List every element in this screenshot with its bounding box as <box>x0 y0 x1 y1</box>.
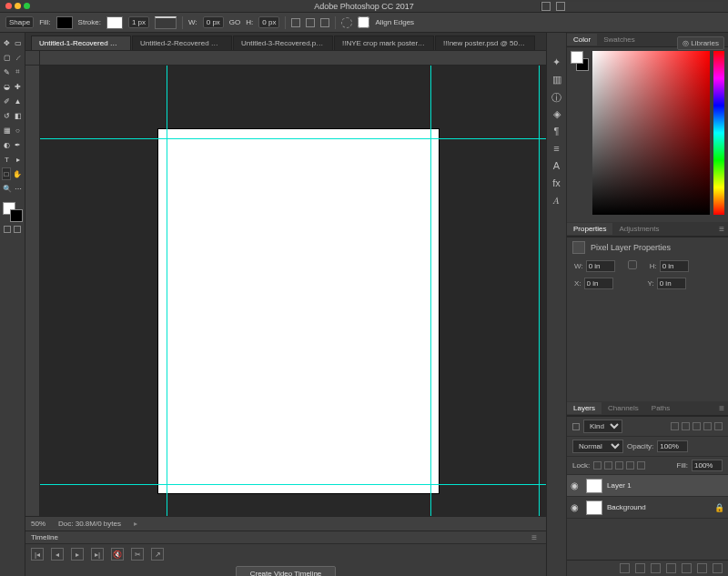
zoom-tool[interactable]: 🔍 <box>2 182 13 195</box>
path-select-tool[interactable]: ▸ <box>13 153 23 166</box>
close-window-button[interactable] <box>5 3 12 9</box>
layer-name[interactable]: Background <box>607 503 646 511</box>
options-gear-icon[interactable] <box>341 17 352 28</box>
dodge-tool[interactable]: ◐ <box>2 138 12 151</box>
brushes-panel-icon[interactable]: ▥ <box>551 74 562 86</box>
prop-x-input[interactable] <box>584 278 613 289</box>
workspace-switcher-icon[interactable] <box>556 2 565 11</box>
eyedropper-tool[interactable]: ◒ <box>2 80 12 93</box>
filter-adjust-icon[interactable] <box>682 422 690 430</box>
paths-tab[interactable]: Paths <box>645 402 676 414</box>
color-tab[interactable]: Color <box>567 34 597 45</box>
vertical-ruler[interactable] <box>25 66 40 516</box>
hand-tool[interactable]: ✋ <box>12 167 23 180</box>
swatches-tab[interactable]: Swatches <box>597 34 642 45</box>
create-video-timeline-button[interactable]: Create Video Timeline <box>236 566 336 576</box>
height-input[interactable]: 0 px <box>258 16 279 28</box>
properties-tab[interactable]: Properties <box>567 223 612 235</box>
guide-vertical[interactable] <box>167 66 167 516</box>
timeline-first-frame-button[interactable]: |◂ <box>31 548 44 561</box>
document-tab[interactable]: Untitled-3-Recovered.psd ... <box>233 35 333 50</box>
layer-name[interactable]: Layer 1 <box>607 481 632 490</box>
libraries-button[interactable]: ◎ Libraries <box>677 36 724 50</box>
align-edges-checkbox[interactable] <box>358 16 369 28</box>
heal-tool[interactable]: ✚ <box>13 80 23 93</box>
layer-group-icon[interactable] <box>682 563 692 573</box>
filter-kind-icon[interactable] <box>572 423 580 430</box>
timeline-menu-icon[interactable]: ≡ <box>531 532 537 542</box>
guide-vertical[interactable] <box>539 66 540 516</box>
timeline-next-frame-button[interactable]: ▸| <box>91 548 104 561</box>
move-tool[interactable]: ✥ <box>2 36 12 49</box>
fill-swatch[interactable] <box>56 16 73 29</box>
document-tab[interactable]: !!NYE crop mark poster.psd ... <box>334 35 434 50</box>
paragraph-panel-icon[interactable]: ≡ <box>551 143 562 155</box>
arrange-icon[interactable] <box>320 18 329 27</box>
history-brush-tool[interactable]: ↺ <box>2 109 12 122</box>
link-layers-icon[interactable] <box>620 563 630 573</box>
background-color[interactable] <box>10 209 23 222</box>
delete-layer-icon[interactable] <box>713 563 723 573</box>
quickselect-tool[interactable]: ✎ <box>2 66 12 78</box>
maximize-window-button[interactable] <box>24 3 30 9</box>
lock-artboard-icon[interactable] <box>626 461 634 470</box>
adjustments-tab[interactable]: Adjustments <box>612 223 665 235</box>
filter-type-icon[interactable] <box>693 422 701 430</box>
width-input[interactable]: 0 px <box>203 16 224 28</box>
horizontal-ruler[interactable] <box>40 51 546 66</box>
opacity-input[interactable] <box>657 440 688 452</box>
guide-horizontal[interactable] <box>40 484 546 485</box>
actions-panel-icon[interactable]: 𝐴 <box>551 195 562 207</box>
fill-opacity-input[interactable] <box>692 460 723 471</box>
blend-mode-select[interactable]: Normal <box>572 440 623 453</box>
lasso-tool[interactable]: ⟋ <box>13 51 23 64</box>
minimize-window-button[interactable] <box>15 3 21 9</box>
blur-tool[interactable]: ○ <box>13 124 23 136</box>
canvas[interactable] <box>158 129 439 493</box>
glyph-panel-icon[interactable]: A <box>551 160 562 172</box>
color-foreground-swatch[interactable] <box>571 51 583 64</box>
stamp-tool[interactable]: ▲ <box>13 95 23 107</box>
timeline-transition-button[interactable]: ↗ <box>151 548 164 561</box>
document-info[interactable]: Doc: 30.8M/0 bytes <box>58 520 121 528</box>
screenmode-icon[interactable] <box>14 226 21 233</box>
lock-pixels-icon[interactable] <box>604 461 612 470</box>
rectangle-tool[interactable]: □ <box>2 167 11 180</box>
lock-all-icon[interactable] <box>637 461 645 470</box>
new-layer-icon[interactable] <box>697 563 707 573</box>
link-wh-icon[interactable] <box>628 260 637 269</box>
guide-vertical[interactable] <box>430 66 431 516</box>
channels-tab[interactable]: Channels <box>602 402 645 414</box>
panel-menu-icon[interactable]: ≡ <box>719 224 724 234</box>
character-panel-icon[interactable]: ¶ <box>551 126 562 137</box>
layer-row[interactable]: ◉ Background 🔒 <box>567 497 728 519</box>
filter-smart-icon[interactable] <box>714 422 723 430</box>
timeline-prev-frame-button[interactable]: ◂ <box>51 548 64 561</box>
path-ops-icon[interactable] <box>291 18 300 27</box>
quickmask-icon[interactable] <box>4 226 11 233</box>
navigator-panel-icon[interactable]: ◈ <box>551 108 562 120</box>
prop-y-input[interactable] <box>657 278 686 289</box>
canvas-viewport[interactable] <box>40 66 546 516</box>
document-tab[interactable]: Untitled-1-Recovered @ 50% (Layer 1, CMY… <box>31 35 131 50</box>
styles-panel-icon[interactable]: fx <box>551 177 562 189</box>
marquee-tool[interactable]: ▢ <box>2 51 12 64</box>
layer-fx-icon[interactable] <box>635 563 645 573</box>
prop-w-input[interactable] <box>586 260 615 272</box>
tool-mode-select[interactable]: Shape <box>5 16 34 28</box>
document-tab[interactable]: !!!new poster.psd @ 50% (!!N... <box>435 35 535 50</box>
filter-kind-select[interactable]: Kind <box>583 419 622 433</box>
stroke-width-input[interactable]: 1 px <box>128 16 149 28</box>
guide-horizontal[interactable] <box>40 138 546 139</box>
stroke-style-select[interactable] <box>155 16 177 29</box>
timeline-audio-button[interactable]: 🔇 <box>111 548 124 561</box>
color-field[interactable] <box>592 51 710 215</box>
prop-h-input[interactable] <box>660 260 689 272</box>
brush-tool[interactable]: ✐ <box>2 95 12 107</box>
eraser-tool[interactable]: ◧ <box>13 109 23 122</box>
document-tab[interactable]: Untitled-2-Recovered @ 50... <box>132 35 232 50</box>
search-icon[interactable] <box>541 2 551 11</box>
info-panel-icon[interactable]: ⓘ <box>551 91 562 103</box>
gradient-tool[interactable]: ▦ <box>2 124 12 136</box>
align-icon[interactable] <box>306 18 315 27</box>
